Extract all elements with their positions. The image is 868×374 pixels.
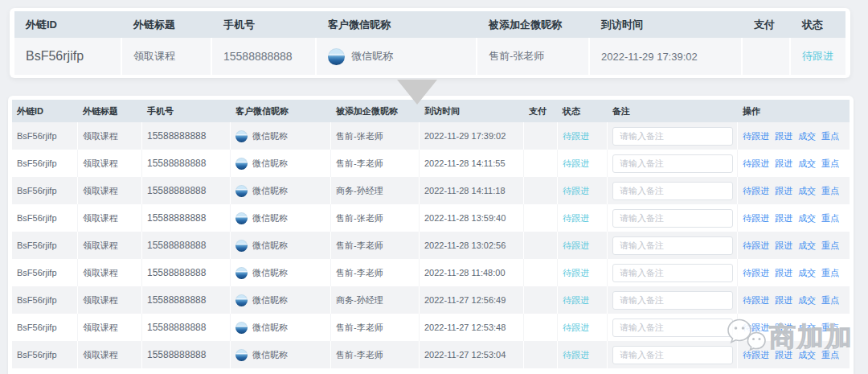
status-badge: 待跟进 [558, 204, 608, 232]
wechat-nickname-text: 微信昵称 [252, 158, 288, 170]
cell-staff-nickname: 售前-张老师 [331, 122, 420, 150]
action-deal[interactable]: 成交 [798, 267, 816, 279]
remark-input[interactable] [612, 236, 733, 255]
action-follow[interactable]: 跟进 [775, 240, 792, 252]
cell-remark [608, 177, 738, 204]
action-deal[interactable]: 成交 [798, 294, 816, 306]
cell-pay [524, 341, 558, 368]
cell-staff-nickname: 售前-李老师 [331, 259, 420, 286]
cell-remark [608, 122, 738, 150]
action-follow[interactable]: 跟进 [775, 185, 792, 197]
action-key[interactable]: 重点 [821, 158, 839, 170]
cell-pay [524, 286, 558, 314]
table-row: BsF56rjifp 领取课程 15588888888 微信昵称 售前-李老师 … [12, 232, 850, 259]
table-row: BsF56rjifp 领取课程 15588888888 微信昵称 售前-张老师 … [12, 122, 850, 150]
action-key[interactable]: 重点 [821, 294, 839, 306]
cell-phone: 15588888888 [142, 177, 231, 204]
cell-phone: 15588888888 [142, 259, 231, 286]
wechat-avatar-icon [328, 48, 345, 65]
action-deal[interactable]: 成交 [798, 212, 816, 224]
action-await-follow[interactable]: 待跟进 [743, 294, 769, 306]
action-deal[interactable]: 成交 [798, 322, 816, 334]
action-key[interactable]: 重点 [821, 185, 839, 197]
action-deal[interactable]: 成交 [798, 185, 816, 197]
wechat-avatar-icon [235, 212, 248, 224]
wechat-nickname-text: 微信昵称 [252, 349, 288, 361]
remark-input[interactable] [612, 319, 733, 337]
cell-phone: 15588888888 [142, 232, 231, 259]
cell-wechat-nickname: 微信昵称 [231, 286, 331, 314]
action-await-follow[interactable]: 待跟进 [743, 267, 769, 279]
cell-visit-time: 2022-11-28 14:11:55 [420, 150, 524, 177]
cell-phone: 15588888888 [142, 204, 231, 232]
table-row: BsF56rjifp 领取课程 15588888888 微信昵称 售前-李老师 … [12, 150, 850, 177]
table-row: BsF56rjifp 领取课程 15588888888 微信昵称 售前-张老师 … [12, 204, 850, 232]
records-rows: BsF56rjifp 领取课程 15588888888 微信昵称 售前-张老师 … [12, 122, 850, 368]
cell-wechat-nickname: 微信昵称 [231, 204, 331, 232]
action-deal[interactable]: 成交 [798, 130, 816, 142]
action-await-follow[interactable]: 待跟进 [743, 322, 769, 334]
row-actions: 待跟进跟进成交重点 [738, 286, 850, 314]
action-await-follow[interactable]: 待跟进 [743, 158, 769, 170]
action-follow[interactable]: 跟进 [775, 322, 792, 334]
action-await-follow[interactable]: 待跟进 [743, 185, 769, 197]
wechat-avatar-icon [235, 158, 248, 170]
remark-input[interactable] [612, 291, 733, 310]
action-await-follow[interactable]: 待跟进 [743, 130, 769, 142]
cell-phone: 15588888888 [142, 341, 231, 368]
wechat-nickname-text: 微信昵称 [252, 130, 288, 142]
action-deal[interactable]: 成交 [798, 349, 816, 361]
action-follow[interactable]: 跟进 [775, 294, 792, 306]
cell-link-id: BsF56rjifp [12, 177, 78, 204]
wechat-avatar-icon [235, 130, 248, 142]
cell-link-title: 领取课程 [78, 150, 142, 177]
remark-input[interactable] [612, 264, 733, 282]
wechat-nickname-text: 微信昵称 [252, 185, 288, 197]
cell-link-title: 领取课程 [78, 232, 142, 259]
table-row: BsF56rjifp 领取课程 15588888888 微信昵称 商务-孙经理 … [12, 286, 850, 314]
wechat-nickname-text: 微信昵称 [252, 267, 288, 279]
cell-link-id: BsF56rjifp [12, 122, 78, 150]
remark-input[interactable] [612, 346, 733, 364]
action-key[interactable]: 重点 [821, 212, 839, 224]
remark-input[interactable] [612, 127, 733, 146]
action-follow[interactable]: 跟进 [775, 267, 792, 279]
action-key[interactable]: 重点 [821, 322, 839, 334]
action-follow[interactable]: 跟进 [775, 349, 792, 361]
action-key[interactable]: 重点 [821, 240, 839, 252]
records-column-header: 状态 [558, 100, 608, 122]
action-follow[interactable]: 跟进 [775, 130, 792, 142]
cell-link-title: 领取课程 [78, 122, 142, 150]
remark-input[interactable] [612, 209, 733, 228]
action-deal[interactable]: 成交 [798, 240, 816, 252]
summary-data-row: BsF56rjifp 领取课程 15588888888 微信昵称 售前-张老师 … [14, 38, 845, 75]
cell-staff-nickname: 售前-李老师 [331, 314, 420, 341]
row-actions: 待跟进跟进成交重点 [738, 122, 850, 150]
table-row: BsF56rjifp 领取课程 15588888888 微信昵称 商务-孙经理 … [12, 177, 850, 204]
cell-remark [608, 286, 738, 314]
action-follow[interactable]: 跟进 [775, 158, 792, 170]
status-badge: 待跟进 [558, 341, 608, 368]
cell-remark [608, 314, 738, 341]
records-column-header: 操作 [738, 100, 850, 122]
cell-staff-nickname: 售前-张老师 [331, 204, 420, 232]
records-column-header: 外链标题 [78, 100, 142, 122]
cell-pay [743, 38, 791, 75]
row-actions: 待跟进跟进成交重点 [738, 232, 850, 259]
action-await-follow[interactable]: 待跟进 [743, 349, 769, 361]
remark-input[interactable] [612, 182, 733, 200]
cell-link-title: 领取课程 [78, 341, 142, 368]
action-key[interactable]: 重点 [821, 130, 839, 142]
action-deal[interactable]: 成交 [798, 158, 816, 170]
action-await-follow[interactable]: 待跟进 [743, 212, 769, 224]
action-await-follow[interactable]: 待跟进 [743, 240, 769, 252]
cell-link-id: BsF56rjifp [12, 232, 78, 259]
wechat-nickname-text: 微信昵称 [252, 294, 288, 306]
action-key[interactable]: 重点 [821, 349, 839, 361]
arrow-down-indicator [397, 80, 437, 105]
row-actions: 待跟进跟进成交重点 [738, 341, 850, 368]
action-key[interactable]: 重点 [821, 267, 839, 279]
action-follow[interactable]: 跟进 [775, 212, 792, 224]
cell-pay [524, 150, 558, 177]
remark-input[interactable] [612, 154, 733, 173]
